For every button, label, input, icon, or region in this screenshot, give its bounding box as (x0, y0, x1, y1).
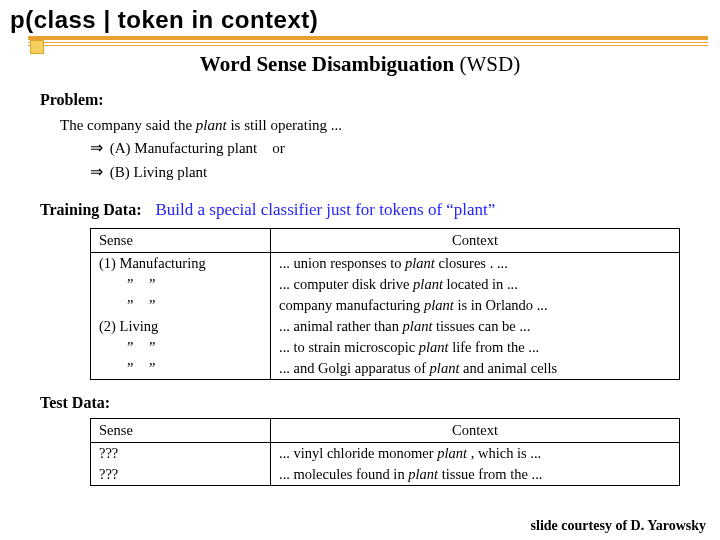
table-header-row: Sense Context (91, 419, 680, 443)
sense-cell: ??? (91, 464, 271, 486)
context-cell: ... animal rather than plant tissues can… (271, 316, 680, 337)
test-label: Test Data: (40, 394, 720, 412)
problem-post: is still operating ... (227, 117, 342, 133)
bullet-icon (30, 40, 44, 54)
context-italic: plant (413, 276, 443, 292)
choice-or: or (272, 140, 285, 156)
ditto-mark: ” ” (99, 360, 162, 376)
context-pre: ... molecules found in (279, 466, 408, 482)
context-pre: ... and Golgi apparatus of (279, 360, 430, 376)
context-italic: plant (405, 255, 435, 271)
context-italic: plant (430, 360, 460, 376)
col-context: Context (271, 419, 680, 443)
table-row: ” ”... to strain microscopic plant life … (91, 337, 680, 358)
context-italic: plant (408, 466, 438, 482)
context-italic: plant (403, 318, 433, 334)
context-cell: ... molecules found in plant tissue from… (271, 464, 680, 486)
context-pre: ... animal rather than (279, 318, 403, 334)
title-underline (28, 34, 708, 46)
slide-credit: slide courtesy of D. Yarowsky (531, 518, 706, 534)
sense-cell: ” ” (91, 358, 271, 380)
problem-choice-b: ⇒ (B) Living plant (90, 160, 720, 184)
table-header-row: Sense Context (91, 229, 680, 253)
context-pre: ... to strain microscopic (279, 339, 419, 355)
sense-cell: ” ” (91, 295, 271, 316)
heading-suffix: (WSD) (459, 52, 520, 76)
heading-main: Word Sense Disambiguation (200, 52, 454, 76)
sense-cell: ??? (91, 443, 271, 465)
table-row: ” ”company manufacturing plant is in Orl… (91, 295, 680, 316)
col-context: Context (271, 229, 680, 253)
arrow-icon: ⇒ (90, 139, 103, 156)
choice-a-text: (A) Manufacturing plant (110, 140, 257, 156)
context-cell: ... and Golgi apparatus of plant and ani… (271, 358, 680, 380)
problem-sentence: The company said the plant is still oper… (60, 115, 720, 136)
table-row: (2) Living... animal rather than plant t… (91, 316, 680, 337)
choice-b-text: (B) Living plant (110, 164, 208, 180)
context-cell: ... vinyl chloride monomer plant , which… (271, 443, 680, 465)
sense-cell: ” ” (91, 337, 271, 358)
context-post: is in Orlando ... (454, 297, 548, 313)
table-row: ???... molecules found in plant tissue f… (91, 464, 680, 486)
context-italic: plant (424, 297, 454, 313)
problem-label: Problem: (40, 91, 720, 109)
slide-title-bar: p(class | token in context) (0, 0, 720, 36)
context-cell: company manufacturing plant is in Orland… (271, 295, 680, 316)
table-row: (1) Manufacturing... union responses to … (91, 253, 680, 275)
context-pre: ... union responses to (279, 255, 405, 271)
sense-cell: ” ” (91, 274, 271, 295)
context-pre: company manufacturing (279, 297, 424, 313)
col-sense: Sense (91, 419, 271, 443)
context-post: life from the ... (449, 339, 540, 355)
context-cell: ... union responses to plant closures . … (271, 253, 680, 275)
test-table: Sense Context ???... vinyl chloride mono… (90, 418, 680, 486)
ditto-mark: ” ” (99, 276, 162, 292)
context-post: tissue from the ... (438, 466, 542, 482)
ditto-mark: ” ” (99, 297, 162, 313)
sense-cell: (1) Manufacturing (91, 253, 271, 275)
context-post: and animal cells (459, 360, 557, 376)
problem-pre: The company said the (60, 117, 196, 133)
context-pre: ... computer disk drive (279, 276, 413, 292)
main-heading: Word Sense Disambiguation (WSD) (0, 52, 720, 77)
context-post: tissues can be ... (432, 318, 530, 334)
problem-choice-a: ⇒ (A) Manufacturing plant or (90, 136, 720, 160)
training-header-row: Training Data: Build a special classifie… (0, 200, 720, 220)
training-table: Sense Context (1) Manufacturing... union… (90, 228, 680, 380)
ditto-mark: ” ” (99, 339, 162, 355)
training-label: Training Data: (40, 201, 141, 219)
blue-annotation: Build a special classifier just for toke… (155, 200, 495, 220)
arrow-icon: ⇒ (90, 163, 103, 180)
context-italic: plant (437, 445, 467, 461)
context-post: , which is ... (467, 445, 541, 461)
context-cell: ... to strain microscopic plant life fro… (271, 337, 680, 358)
table-row: ” ”... and Golgi apparatus of plant and … (91, 358, 680, 380)
slide-title: p(class | token in context) (10, 6, 318, 33)
table-row: ???... vinyl chloride monomer plant , wh… (91, 443, 680, 465)
problem-italic: plant (196, 117, 227, 133)
context-cell: ... computer disk drive plant located in… (271, 274, 680, 295)
context-post: located in ... (443, 276, 518, 292)
sense-cell: (2) Living (91, 316, 271, 337)
context-italic: plant (419, 339, 449, 355)
col-sense: Sense (91, 229, 271, 253)
context-pre: ... vinyl chloride monomer (279, 445, 437, 461)
context-post: closures . ... (435, 255, 508, 271)
table-row: ” ”... computer disk drive plant located… (91, 274, 680, 295)
